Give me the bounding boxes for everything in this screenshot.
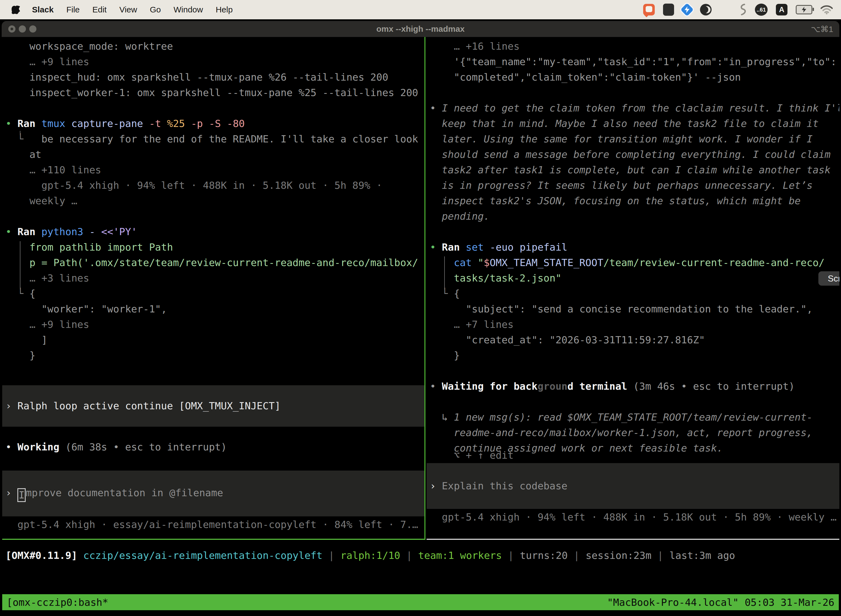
text-segment: -euo pipefail <box>490 242 568 253</box>
right-terminal-pane[interactable]: … +16 lines '{"team_name":"my-team","tas… <box>426 37 840 540</box>
terminal-line: … +16 lines <box>430 39 840 54</box>
text-cursor: I <box>18 488 26 502</box>
text-segment: • <box>6 226 18 238</box>
terminal-line: at <box>6 147 424 162</box>
input-source-icon[interactable]: A <box>776 4 787 15</box>
chat-app-icon[interactable] <box>643 4 655 15</box>
battery-charging-icon[interactable] <box>796 5 812 14</box>
text-segment: ralph:1/10 <box>340 550 400 561</box>
terminal-line: workspace_mode: worktree <box>6 39 424 54</box>
text-segment: └ <box>6 133 41 145</box>
terminal-line: "completed","claim_token":"claim-token"}… <box>430 70 840 85</box>
left-prompt-input[interactable]: › Improve documentation in @filename <box>2 471 424 516</box>
text-segment: turns:20 <box>520 550 568 561</box>
omx-session-status-line: [OMX#0.11.9] cczip/essay/ai-reimplementa… <box>6 548 735 563</box>
text-segment: Working <box>18 441 59 453</box>
text-segment: I need to get the claim token from the c… <box>442 103 840 114</box>
text-segment: /team/review-current-readme-and-reco/ <box>604 257 825 268</box>
terminal-line <box>430 224 840 239</box>
terminal-line <box>430 363 840 378</box>
menu-item-edit[interactable]: Edit <box>92 5 107 14</box>
text-segment: " <box>478 257 484 268</box>
prompt-chevron: › <box>6 487 18 499</box>
terminal-line: cat "$OMX_TEAM_STATE_ROOT/team/review-cu… <box>430 255 840 270</box>
screen: { "menubar": { "app_name": "Slack", "men… <box>0 0 841 616</box>
terminal-line: … +9 lines <box>6 54 424 70</box>
text-segment: $ <box>484 257 490 268</box>
text-segment: - <box>89 226 101 238</box>
tmux-session-label: [omx-cczip0:bash* <box>7 597 108 608</box>
text-segment: … +9 lines <box>6 319 89 330</box>
right-prompt-input[interactable]: › Explain this codebase <box>426 463 840 509</box>
text-segment: | <box>322 550 340 561</box>
terminal-line: readme-and-reco/mailbox/worker-1.json, a… <box>430 425 840 440</box>
working-status-line: • Working (6m 38s • esc to interrupt) <box>6 439 424 455</box>
terminal-line: } <box>6 348 424 363</box>
terminal-line: task2 after task1 is complete, but can I… <box>430 162 840 178</box>
right-input-line: › Explain this codebase <box>430 478 568 494</box>
menu-item-file[interactable]: File <box>66 5 79 14</box>
notification-badge[interactable]: ..61 <box>755 4 768 16</box>
terminal-line: … +7 lines <box>430 317 840 332</box>
text-segment: pending. <box>430 211 490 222</box>
left-model-status-line: gpt-5.4 xhigh · essay/ai-reimplementatio… <box>6 517 424 532</box>
code-block-connector-line <box>20 241 21 289</box>
apple-icon[interactable] <box>12 4 21 15</box>
text-segment: capture-pane <box>71 118 149 129</box>
terminal-window: omx --xhigh --madmax ⌥⌘1 workspace_mode:… <box>1 21 840 616</box>
terminal-line <box>6 100 424 116</box>
left-terminal-pane[interactable]: workspace_mode: worktree … +9 lines insp… <box>2 37 425 540</box>
wifi-icon[interactable] <box>820 5 833 14</box>
terminal-line: └ { <box>430 286 840 301</box>
left-scrollback: workspace_mode: worktree … +9 lines insp… <box>6 39 424 363</box>
text-segment: • <box>430 103 442 114</box>
text-segment: %25 <box>167 118 191 129</box>
terminal-line: └ be necessary for the end of the README… <box>6 131 424 147</box>
menu-app-name[interactable]: Slack <box>32 5 54 14</box>
text-segment: ↳ <box>430 412 454 423</box>
terminal-line: └ { <box>6 286 424 301</box>
text-segment: ] <box>6 334 47 346</box>
menu-item-view[interactable]: View <box>119 5 137 14</box>
text-segment: Ran <box>18 118 41 129</box>
menu-item-go[interactable]: Go <box>150 5 161 14</box>
text-segment: [OMX#0.11.9] <box>6 550 84 561</box>
text-segment: "worker": "worker-1", <box>6 303 167 315</box>
screen-tooltip: Scre <box>818 271 840 286</box>
text-segment: inspect_worker-1: omx sparkshell --tmux-… <box>6 87 418 98</box>
terminal-line: • I need to get the claim token from the… <box>430 100 840 116</box>
terminal-line: … +9 lines <box>6 317 424 332</box>
s-curve-icon[interactable] <box>739 4 747 16</box>
text-segment: "created_at": "2026-03-31T11:59:27.816Z" <box>430 334 705 346</box>
crescent-icon[interactable] <box>700 4 712 15</box>
text-segment: tasks/task-2.json" <box>430 273 561 284</box>
terminal-line: pending. <box>430 209 840 224</box>
terminal-line: • Waiting for background terminal (3m 46… <box>430 378 840 394</box>
menu-item-window[interactable]: Window <box>174 5 203 14</box>
text-segment: keep that in mind. Maybe I also need the… <box>430 118 819 129</box>
terminal-line: "subject": "send a concise recommendatio… <box>430 301 840 317</box>
text-segment: { <box>29 288 35 299</box>
text-segment: └ <box>6 288 29 299</box>
keyboard-icon[interactable] <box>663 4 674 16</box>
window-titlebar[interactable]: omx --xhigh --madmax ⌥⌘1 <box>1 21 840 37</box>
text-segment: … +110 lines <box>6 164 101 176</box>
text-segment: | <box>568 550 586 561</box>
window-shortcut-badge: ⌥⌘1 <box>811 21 833 37</box>
text-segment: python3 <box>41 226 89 238</box>
text-segment: | <box>502 550 520 561</box>
text-segment: | <box>652 550 670 561</box>
text-segment: (3m 46s • esc to interrupt) <box>627 381 795 392</box>
terminal-line: • Ran python3 - <<'PY' <box>6 224 424 239</box>
text-segment: at <box>6 149 41 160</box>
text-segment: <<'PY' <box>101 226 137 238</box>
lightning-icon[interactable] <box>682 5 692 14</box>
text-segment: set <box>466 242 490 253</box>
prompt-chevron: › <box>430 480 442 491</box>
text-segment: task2 after task1 is complete, but can I… <box>430 164 831 176</box>
dots-grid-icon[interactable] <box>720 4 731 15</box>
text-segment: } <box>430 350 460 361</box>
text-segment: be necessary for the end of the README. … <box>41 133 418 145</box>
menu-item-help[interactable]: Help <box>216 5 233 14</box>
text-segment: tmux <box>41 118 71 129</box>
